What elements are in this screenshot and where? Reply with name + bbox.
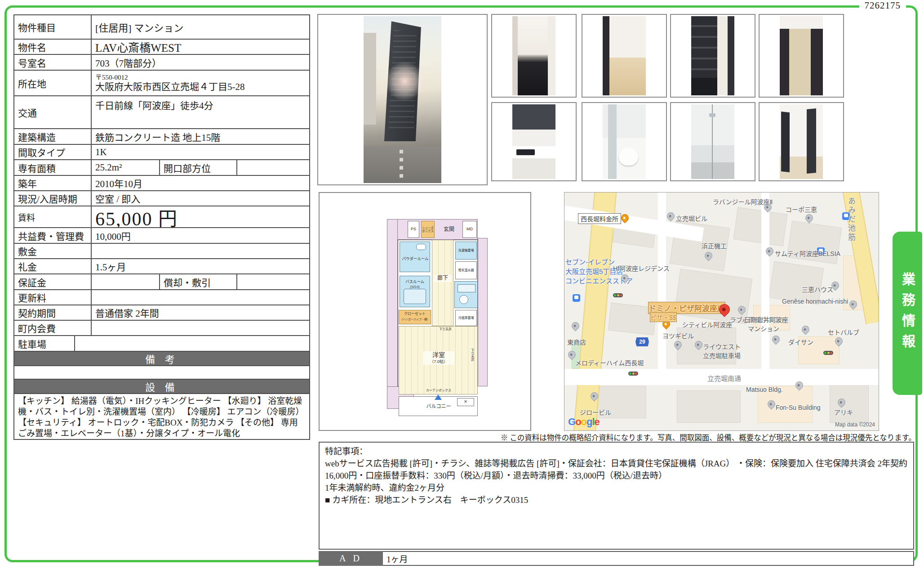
rent-value: 65,000 円 bbox=[92, 206, 309, 227]
floorplan-balcony-hatch: ✕ bbox=[457, 398, 474, 406]
equipment-header-band: 設 備 bbox=[14, 380, 309, 394]
row-label: 建築構造 bbox=[14, 129, 92, 144]
row-label: 交通 bbox=[14, 96, 92, 128]
row-label: 賃料 bbox=[14, 206, 92, 227]
map-label: Matsuo Bldg. bbox=[746, 386, 783, 393]
disclaimer-text: ※ この資料は物件の概略紹介資料になります。写真、間取図面、設備、概要などが現況… bbox=[315, 432, 916, 443]
row-label: 契約期間 bbox=[14, 305, 92, 320]
row-value: 普通借家 2年間 bbox=[92, 305, 309, 320]
floorplan-ceiling-label: 下り天井 bbox=[432, 327, 459, 332]
floorplan-closet-label: クローゼット bbox=[399, 311, 431, 317]
row-value: 10,000円 bbox=[92, 228, 309, 243]
row-label: 号室名 bbox=[14, 55, 92, 70]
map-pin bbox=[800, 324, 811, 335]
floor-plan: PS シューズボックス 玄関 MD パウダールーム バスルーム (1014) ク… bbox=[319, 192, 531, 431]
location-map: 西長堀料金所 ラバンジール阿波座Ⅱ コーポ三恵 あみだ池筋 立売堀ビル 浜正機工… bbox=[564, 192, 879, 431]
floorplan-curtain-label: カーテンボックス bbox=[418, 388, 459, 393]
row-label: 駐車場 bbox=[14, 336, 75, 351]
room-photo-image bbox=[603, 104, 646, 179]
special-notes-line: webサービス広告掲載 [許可]・チラシ、雑誌等掲載広告 [許可]・保証会社：日… bbox=[325, 457, 908, 482]
row-label-2: 償却・敷引 bbox=[160, 274, 237, 289]
equipment-row: 【キッチン】 給湯器（電気）・IHクッキングヒーター 【水廻り】 浴室乾燥機・バ… bbox=[14, 394, 309, 439]
map-label: 日商岩井阿波座 bbox=[744, 315, 788, 324]
map-label: 三恵ハウス bbox=[802, 285, 833, 294]
row-label: 敷金 bbox=[14, 244, 92, 258]
row-value bbox=[92, 321, 309, 335]
row-label: 現況/入居時期 bbox=[14, 191, 92, 206]
map-label: 東商店 bbox=[567, 337, 586, 346]
map-label-poi: ピザ・$$ bbox=[650, 312, 677, 322]
map-label: 浜正機工 bbox=[702, 241, 727, 250]
row-label: 保証金 bbox=[14, 274, 92, 289]
map-street-label: あみだ池筋 bbox=[845, 197, 857, 242]
map-label: ラバンジール阿波座Ⅱ bbox=[713, 197, 773, 206]
map-label: 立売堀ビル bbox=[676, 214, 707, 223]
photo-shoe-cabinet bbox=[670, 14, 755, 98]
convenience-store-icon bbox=[573, 294, 580, 302]
row-label: 築年 bbox=[14, 176, 92, 190]
row-label: 共益費・管理費 bbox=[14, 228, 92, 243]
row-value: 703（7階部分） bbox=[92, 55, 309, 70]
floorplan-closet-sub: （ハンガーパイプ・棚） bbox=[397, 317, 433, 322]
special-notes-line: 特記事項： bbox=[325, 445, 908, 457]
row-label: 所在地 bbox=[14, 71, 92, 95]
row-value-2 bbox=[237, 274, 307, 289]
special-notes-box: 特記事項： webサービス広告掲載 [許可]・チラシ、雑誌等掲載広告 [許可]・… bbox=[319, 442, 914, 550]
special-notes-line: ■ カギ所在：現地エントランス右 キーボックス0315 bbox=[325, 494, 908, 506]
map-label: サムティ阿波座BELSIA bbox=[775, 249, 840, 258]
row-value: 1.5ヶ月 bbox=[92, 259, 309, 273]
map-road-white bbox=[761, 193, 769, 372]
floorplan-balcony-label: バルコニー bbox=[414, 403, 463, 410]
photo-building-exterior bbox=[317, 14, 488, 185]
row-value-2 bbox=[237, 160, 307, 175]
building-photo-image bbox=[364, 16, 441, 183]
floorplan-room-size: （7.0帖） bbox=[423, 359, 454, 365]
room-photo-image bbox=[603, 16, 646, 95]
row-value: 1K bbox=[92, 145, 309, 159]
photo-vanity-toilet bbox=[582, 102, 667, 181]
table-row: 所在地 〒550-0012 大阪府大阪市西区立売堀４丁目5-28 bbox=[14, 71, 309, 96]
floorplan-room-label: 洋室 bbox=[423, 351, 454, 359]
property-sheet-page: 7262175 業務情報 物件種目 [住居用] マンション 物件名 LAV心斎橋… bbox=[0, 0, 924, 569]
map-label: アリキ bbox=[834, 408, 853, 417]
table-row: 契約期間 普通借家 2年間 bbox=[14, 305, 309, 321]
map-pin bbox=[804, 212, 814, 223]
map-label: Hf阿波座レジデンス bbox=[613, 264, 670, 273]
tab-business-info[interactable]: 業務情報 bbox=[893, 232, 922, 395]
photo-room-closet bbox=[582, 14, 667, 98]
photo-entrance-hall bbox=[491, 14, 577, 98]
map-attribution: Map data ©2024 bbox=[835, 421, 875, 428]
floorplan-md: MD bbox=[462, 221, 477, 238]
table-row: 駐車場 bbox=[14, 336, 309, 352]
row-label: 間取タイプ bbox=[14, 145, 92, 159]
row-value: 2010年10月 bbox=[92, 176, 309, 190]
row-value bbox=[92, 244, 309, 258]
table-row: 間取タイプ 1K bbox=[14, 145, 309, 160]
table-row: 保証金 償却・敷引 bbox=[14, 274, 309, 290]
floorplan-genkan: 玄関 bbox=[437, 225, 461, 234]
row-label: 物件種目 bbox=[14, 15, 92, 39]
row-value: 空室 / 即入 bbox=[92, 191, 309, 206]
property-table: 物件種目 [住居用] マンション 物件名 LAV心斎橋WEST 号室名 703（… bbox=[13, 14, 310, 440]
row-label: 町内会費 bbox=[14, 321, 92, 335]
map-label: マンション bbox=[748, 324, 779, 333]
room-photo-image bbox=[780, 16, 823, 95]
map-label: ヨツギビル bbox=[662, 331, 694, 340]
floorplan-heater: 電気温水器 bbox=[455, 261, 477, 279]
map-label: ライウエスト bbox=[703, 342, 741, 351]
floorplan-wall bbox=[387, 219, 398, 399]
map-label: ジロービル bbox=[580, 408, 611, 417]
table-row: 共益費・管理費 10,000円 bbox=[14, 228, 309, 244]
photo-bathroom bbox=[670, 102, 755, 181]
room-photo-image bbox=[691, 104, 735, 179]
table-row: 交通 千日前線「阿波座」徒歩4分 bbox=[14, 96, 309, 129]
map-label: 立売堀駐車場 bbox=[703, 351, 741, 360]
row-value: [住居用] マンション bbox=[92, 15, 309, 39]
floorplan-kitchen bbox=[454, 281, 478, 308]
table-row: 礼金 1.5ヶ月 bbox=[14, 259, 309, 274]
map-label: シティビル阿波座 bbox=[682, 320, 732, 329]
traffic-light-icon bbox=[823, 351, 833, 355]
floorplan-fridge: 冷蔵庫置場 bbox=[455, 310, 477, 326]
tab-business-info-label: 業務情報 bbox=[897, 272, 917, 355]
map-label-store: セブン-イレブン bbox=[565, 257, 615, 266]
